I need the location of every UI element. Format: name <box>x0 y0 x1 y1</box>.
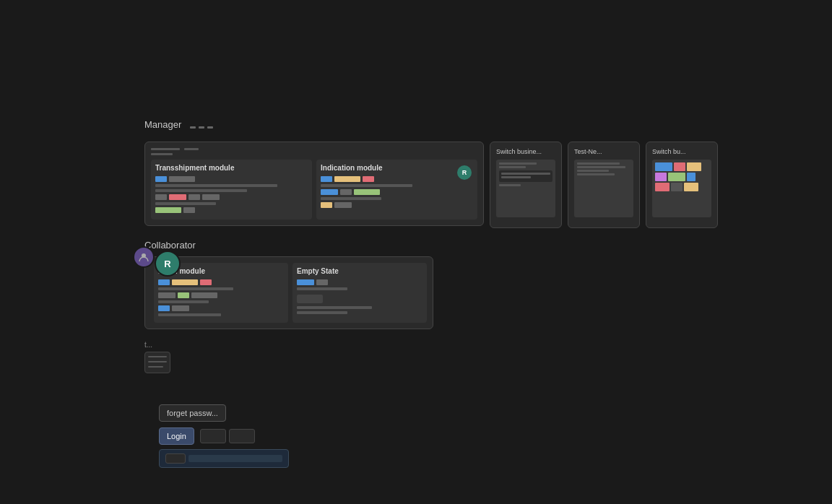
avatar-r: R <box>457 165 472 180</box>
collaborator-icon-avatar <box>133 246 155 268</box>
t-label: t... <box>144 341 718 349</box>
login-area: Login <box>159 427 289 445</box>
test-ne-inner <box>574 160 633 217</box>
main-container: Manager Transshipment module <box>144 119 718 373</box>
collaborator-section: Collaborator R ...tion module <box>144 240 718 329</box>
manager-modules-box: Transshipment module <box>144 142 484 226</box>
switch-business-1-card[interactable]: Switch busine... <box>490 142 562 228</box>
transshipment-module-card[interactable]: Transshipment module <box>151 160 312 220</box>
right-cards-container: Switch busine... Test-Ne... <box>490 142 718 228</box>
indication-manager-label: Indication module <box>321 164 473 172</box>
login-bottom-bar <box>159 449 289 468</box>
collaborator-r-avatar: R <box>155 251 181 277</box>
manager-section: Transshipment module <box>144 142 718 228</box>
login-button[interactable]: Login <box>159 427 194 445</box>
manager-label: Manager <box>144 119 181 130</box>
collaborator-label: Collaborator <box>144 240 718 251</box>
switch-business-1-inner <box>496 160 555 217</box>
empty-state-label: Empty State <box>297 267 422 275</box>
empty-state-card[interactable]: Empty State <box>292 263 427 323</box>
switch-business-2-inner <box>652 160 711 217</box>
login-fields <box>200 429 255 443</box>
avatar-icon-bg <box>133 246 155 268</box>
login-field-1[interactable] <box>200 429 226 443</box>
switch-business-1-label: Switch busine... <box>496 148 555 155</box>
t-card[interactable] <box>144 352 170 373</box>
avatar-large-r: R <box>155 251 181 277</box>
test-ne-label: Test-Ne... <box>574 148 633 155</box>
login-field-2[interactable] <box>229 429 255 443</box>
forget-password-button[interactable]: forget passw... <box>159 404 226 422</box>
test-ne-card[interactable]: Test-Ne... <box>568 142 640 228</box>
indication-avatar-overlay: R <box>457 165 472 180</box>
indication-module-manager-card[interactable]: Indication module R <box>316 160 477 220</box>
collaborator-box: ...tion module <box>144 256 433 329</box>
switch-business-2-card[interactable]: Switch bu... <box>646 142 718 228</box>
switch-business-2-label: Switch bu... <box>652 148 711 155</box>
t-section: t... <box>144 341 718 373</box>
login-bottom-mock <box>188 455 282 462</box>
bottom-section: forget passw... Login <box>159 404 289 468</box>
login-bottom-field <box>165 453 186 464</box>
transshipment-label: Transshipment module <box>155 164 308 172</box>
